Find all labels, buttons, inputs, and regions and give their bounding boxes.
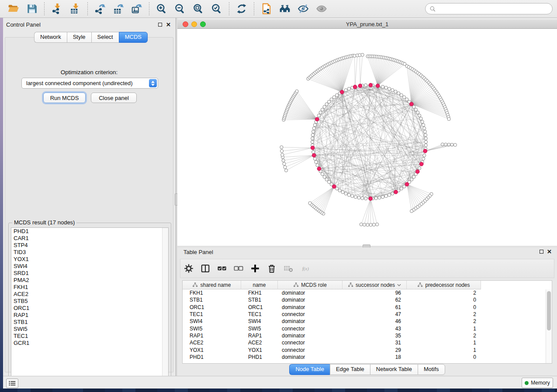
graph-node[interactable]: [453, 143, 457, 146]
mcds-result-item[interactable]: ACE2: [11, 291, 168, 298]
graph-node[interactable]: [388, 193, 391, 196]
table-row[interactable]: ORC1ORC1dominator610: [183, 304, 546, 311]
graph-node[interactable]: [424, 140, 427, 143]
graph-node[interactable]: [295, 90, 298, 93]
graph-node[interactable]: [372, 223, 375, 226]
network-canvas[interactable]: [177, 29, 557, 246]
graph-node[interactable]: [316, 164, 319, 167]
graph-node[interactable]: [325, 103, 328, 106]
table-row[interactable]: STB1STB1dominator620: [183, 296, 546, 303]
graph-node[interactable]: [424, 134, 427, 137]
graph-node[interactable]: [423, 127, 426, 130]
graph-node[interactable]: [312, 151, 315, 154]
table-row[interactable]: SWI5SWI5connector431: [183, 325, 546, 332]
close-panel-button[interactable]: Close panel: [91, 93, 137, 103]
tab-network[interactable]: Network: [34, 32, 67, 43]
graph-node[interactable]: [328, 180, 331, 183]
mcds-result-item[interactable]: STP4: [11, 242, 168, 249]
graph-node[interactable]: [405, 98, 408, 101]
graph-hub-node[interactable]: [376, 84, 380, 88]
graph-hub-node[interactable]: [423, 149, 427, 153]
graph-node[interactable]: [391, 192, 394, 195]
import-network-button[interactable]: [50, 2, 63, 15]
show-details-button[interactable]: [315, 2, 328, 15]
table-row[interactable]: RAP1RAP1dominator352: [183, 332, 546, 339]
graph-node[interactable]: [381, 85, 384, 88]
hide-details-button[interactable]: [297, 2, 310, 15]
graph-node[interactable]: [360, 223, 363, 226]
graph-node[interactable]: [364, 197, 367, 200]
mcds-result-item[interactable]: SRD1: [11, 270, 168, 277]
table-row[interactable]: ACE2ACE2connector311: [183, 339, 546, 346]
graph-node[interactable]: [418, 167, 421, 170]
graph-node[interactable]: [381, 196, 384, 199]
export-table-button[interactable]: [112, 2, 125, 15]
mcds-result-item[interactable]: FKH1: [11, 284, 168, 291]
mcds-list-scrollbar[interactable]: [162, 228, 168, 383]
tab-node-table[interactable]: Node Table: [289, 364, 330, 375]
graph-node[interactable]: [369, 223, 372, 226]
tab-network-table[interactable]: Network Table: [370, 364, 418, 375]
graph-node[interactable]: [338, 189, 341, 192]
graph-node[interactable]: [315, 161, 318, 164]
graph-node[interactable]: [321, 172, 324, 175]
graph-node[interactable]: [341, 191, 344, 194]
graph-node[interactable]: [363, 223, 366, 226]
search-input[interactable]: [439, 4, 552, 14]
mcds-result-item[interactable]: YOX1: [11, 256, 168, 263]
graph-node[interactable]: [357, 196, 360, 199]
graph-node[interactable]: [400, 93, 403, 96]
graph-hub-node[interactable]: [353, 85, 357, 89]
tab-select[interactable]: Select: [91, 32, 119, 43]
refresh-view-button[interactable]: [235, 2, 248, 15]
graph-node[interactable]: [280, 146, 283, 149]
graph-node[interactable]: [351, 195, 354, 198]
graph-hub-node[interactable]: [405, 182, 409, 186]
graph-node[interactable]: [312, 127, 315, 130]
graph-node[interactable]: [384, 86, 387, 89]
graph-node[interactable]: [410, 178, 413, 181]
graph-node[interactable]: [344, 192, 347, 195]
mcds-result-item[interactable]: ORC1: [11, 305, 168, 312]
tab-style[interactable]: Style: [67, 32, 91, 43]
table-settings-button[interactable]: [183, 263, 194, 274]
mcds-result-item[interactable]: CAR1: [11, 235, 168, 242]
mcds-result-item[interactable]: SWI5: [11, 326, 168, 333]
graph-hub-node[interactable]: [311, 146, 315, 150]
zoom-selected-button[interactable]: [210, 2, 223, 15]
graph-node[interactable]: [336, 93, 339, 96]
export-network-button[interactable]: [93, 2, 107, 15]
table-row[interactable]: FKH1FKH1dominator962: [183, 289, 546, 296]
graph-node[interactable]: [376, 223, 379, 226]
tab-edge-table[interactable]: Edge Table: [330, 364, 370, 375]
graph-node[interactable]: [344, 89, 347, 92]
zoom-fit-button[interactable]: [192, 2, 205, 15]
zoom-out-button[interactable]: [173, 2, 187, 15]
show-columns-button[interactable]: [200, 263, 211, 274]
column-header-name[interactable]: name: [241, 281, 278, 289]
graph-node[interactable]: [416, 111, 419, 114]
graph-node[interactable]: [422, 124, 425, 127]
close-panel-icon[interactable]: ✕: [547, 249, 552, 254]
graph-hub-node[interactable]: [369, 197, 373, 201]
graph-node[interactable]: [447, 117, 450, 120]
graph-hub-node[interactable]: [419, 162, 423, 166]
table-row[interactable]: TEC1TEC1connector472: [183, 311, 546, 318]
mcds-result-item[interactable]: PHD1: [11, 228, 168, 235]
graph-node[interactable]: [325, 178, 328, 181]
graph-node[interactable]: [347, 193, 350, 196]
graph-node[interactable]: [311, 140, 314, 143]
graph-node[interactable]: [282, 159, 285, 162]
search-box[interactable]: [425, 3, 553, 14]
graph-hub-node[interactable]: [312, 153, 316, 157]
memory-button[interactable]: Memory: [522, 378, 553, 388]
mcds-result-item[interactable]: TEC1: [11, 333, 168, 340]
graph-node[interactable]: [400, 187, 403, 190]
table-row[interactable]: PHD1PHD1dominator180: [183, 354, 546, 361]
table-row[interactable]: YOX1YOX1connector291: [183, 346, 546, 353]
float-panel-icon[interactable]: [158, 23, 162, 27]
function-builder-button[interactable]: f(x): [299, 263, 314, 274]
graph-node[interactable]: [311, 137, 314, 140]
graph-node[interactable]: [323, 105, 326, 108]
graph-node[interactable]: [321, 108, 324, 111]
